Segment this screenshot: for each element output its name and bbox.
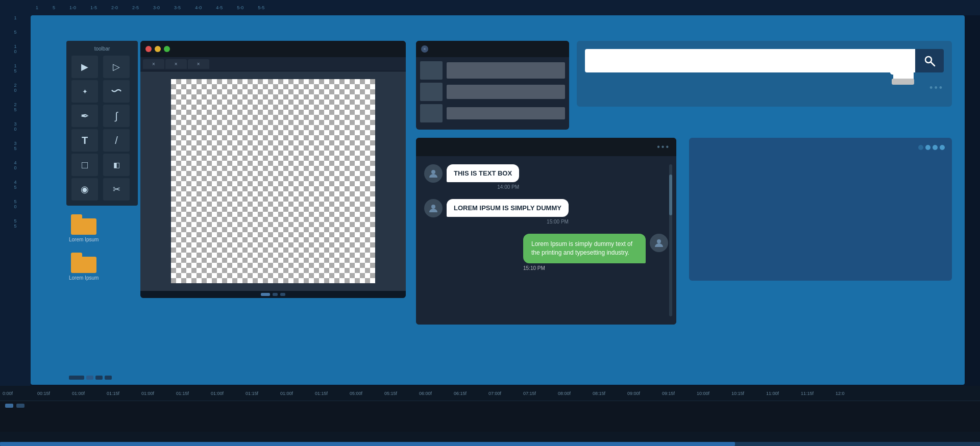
scrollbar-dot[interactable]: [261, 293, 270, 296]
timeline-progress-bar[interactable]: [0, 442, 980, 446]
file-thumbnail: [420, 61, 443, 80]
timeline-marker: 01:00f: [72, 391, 107, 396]
timeline-marker: 01:15f: [107, 391, 141, 396]
editor-tab-3[interactable]: ×: [188, 59, 209, 69]
file-manager-window: ×: [416, 41, 569, 130]
bubble-green-time-3: 15:10 PM: [523, 265, 646, 271]
timeline-marker: 10:00f: [697, 391, 731, 396]
timeline-marker: 05:15f: [384, 391, 419, 396]
file-info: [447, 85, 565, 99]
canvas-checkerboard[interactable]: [171, 79, 375, 283]
tool-calligraphy[interactable]: ∫: [103, 105, 130, 127]
timeline: 0:00f 00:15f 01:00f 01:15f 01:00f 01:15f…: [0, 386, 980, 446]
editor-titlebar: [140, 41, 406, 57]
ruler-top-mark: 4-0: [195, 5, 202, 10]
file-row[interactable]: [420, 61, 565, 80]
scrollbar-dot[interactable]: [280, 293, 285, 296]
timeline-marker: 01:00f: [141, 391, 176, 396]
editor-tab-1[interactable]: ×: [143, 59, 164, 69]
timeline-marker: 01:15f: [315, 391, 350, 396]
svg-point-11: [657, 239, 661, 243]
search-icon: [923, 55, 936, 67]
tool-pen[interactable]: ✒: [71, 105, 98, 127]
timeline-marker: 01:15f: [176, 391, 211, 396]
bubble-1: THIS IS TEXT BOX: [447, 164, 519, 182]
svg-line-1: [931, 62, 935, 66]
chat-titlebar: •••: [416, 138, 676, 156]
svg-rect-4: [898, 54, 902, 70]
files-close-button[interactable]: ×: [421, 45, 428, 53]
file-row[interactable]: [420, 104, 565, 122]
tool-bucket[interactable]: ◉: [71, 178, 98, 201]
desktop: toolbar ▶ ▷ ✦ 〜 ✒ ∫ T / □ ◧ ◉ ✂ Lorem Ip…: [31, 15, 965, 385]
ruler-top: 1 5 1-0 1-5 2-0 2-5 3-0 3-5 4-0 4-5 5-0 …: [31, 0, 980, 15]
timeline-marker: 05:00f: [350, 391, 384, 396]
timeline-dot[interactable]: [16, 404, 24, 408]
timeline-marker: 0:00f: [3, 391, 37, 396]
side-dot-active[interactable]: [933, 145, 938, 150]
timeline-marker: 01:00f: [211, 391, 246, 396]
ruler-mark: 25: [14, 102, 16, 112]
tab-close-2[interactable]: ×: [175, 61, 178, 67]
chat-scrollbar-thumb[interactable]: [669, 175, 672, 215]
tool-paint[interactable]: /: [103, 129, 130, 152]
file-info: [447, 107, 565, 119]
traffic-light-yellow[interactable]: [155, 46, 161, 52]
tool-rectangle[interactable]: □: [71, 154, 98, 176]
timeline-marker: 07:15f: [523, 391, 558, 396]
ruler-mark: 10: [14, 44, 16, 54]
side-dot-active[interactable]: [925, 145, 930, 150]
chat-window-dots: •••: [657, 142, 670, 152]
side-panel: [689, 138, 952, 281]
search-input[interactable]: [585, 49, 915, 72]
scrollbar-dot[interactable]: [273, 293, 278, 296]
timeline-marker: 08:00f: [558, 391, 593, 396]
timeline-marker: 11:15f: [801, 391, 836, 396]
chat-message-3: Lorem Ipsum is simply dummy text of the …: [424, 234, 668, 271]
bubble-2: LOREM IPSUM IS SIMPLY DUMMY: [447, 199, 569, 217]
file-thumbnail: [420, 83, 443, 101]
timeline-tracks[interactable]: [0, 401, 980, 432]
traffic-light-red[interactable]: [145, 46, 152, 52]
tool-eraser[interactable]: ◧: [103, 154, 130, 176]
tool-select[interactable]: ▶: [71, 56, 98, 78]
cursor-hand-icon: [886, 49, 921, 92]
traffic-light-green[interactable]: [164, 46, 170, 52]
svg-rect-8: [892, 79, 914, 85]
folder-icon: [71, 253, 96, 273]
editor-tab-2[interactable]: ×: [165, 59, 187, 69]
tool-node-select[interactable]: ▷: [103, 56, 130, 78]
avatar-user1: [424, 164, 443, 183]
bubble-text-1: THIS IS TEXT BOX: [454, 169, 512, 177]
chat-scrollbar[interactable]: [669, 164, 672, 316]
timeline-marker: 01:00f: [280, 391, 315, 396]
avatar-user2: [424, 199, 443, 217]
bubble-green-3: Lorem Ipsum is simply dummy text of the …: [523, 234, 646, 263]
ruler-top-mark: 3-5: [174, 5, 181, 10]
side-dot[interactable]: [918, 145, 923, 150]
file-row[interactable]: [420, 83, 565, 101]
tool-grid: ▶ ▷ ✦ 〜 ✒ ∫ T / □ ◧ ◉ ✂: [71, 56, 133, 201]
tool-text[interactable]: T: [71, 129, 98, 152]
folder-icon: [71, 214, 96, 235]
folder-item[interactable]: Lorem Ipsum: [69, 214, 99, 242]
side-dot-active[interactable]: [940, 145, 945, 150]
svg-rect-5: [903, 54, 908, 70]
tool-scissors[interactable]: ✂: [103, 178, 130, 201]
folder-label: Lorem Ipsum: [69, 237, 99, 242]
timeline-labels: 0:00f 00:15f 01:00f 01:15f 01:00f 01:15f…: [0, 386, 980, 401]
folder-area: Lorem Ipsum Lorem Ipsum: [69, 214, 99, 291]
tab-close-3[interactable]: ×: [197, 61, 200, 67]
timeline-dot[interactable]: [5, 404, 13, 408]
timeline-marker: 06:00f: [419, 391, 454, 396]
tool-curve[interactable]: 〜: [103, 80, 130, 103]
timeline-marker: 09:15f: [662, 391, 697, 396]
folder-item[interactable]: Lorem Ipsum: [69, 253, 99, 281]
timeline-dots-row: [0, 401, 980, 410]
timeline-marker: 12:0: [836, 391, 870, 396]
timeline-marker: 09:00f: [627, 391, 662, 396]
timeline-thumb[interactable]: [0, 442, 735, 446]
tab-close-1[interactable]: ×: [152, 61, 155, 67]
tool-wand[interactable]: ✦: [71, 80, 98, 103]
bubble-time-2: 15:00 PM: [447, 219, 569, 225]
